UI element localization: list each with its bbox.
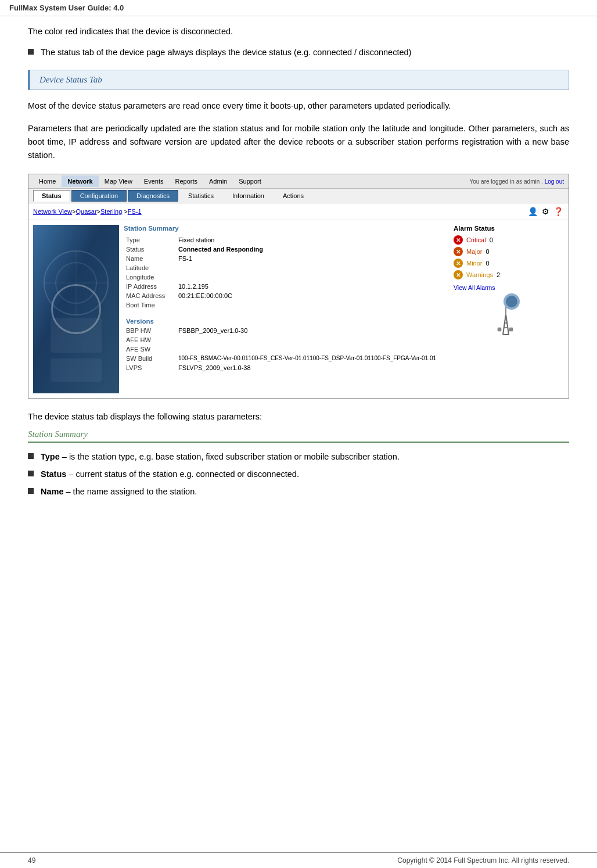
field-value-mac: 00:21:EE:00:00:0C bbox=[176, 291, 447, 300]
versions-table: BBP HW FSBBP_2009_ver1.0-30 AFE HW AFE S… bbox=[124, 326, 447, 372]
station-info-table: Type Fixed station Status Connected and … bbox=[124, 235, 447, 310]
svg-line-9 bbox=[503, 314, 506, 335]
alarm-row-warning: ✕ Warnings 2 bbox=[454, 270, 558, 279]
nav-support[interactable]: Support bbox=[233, 175, 267, 187]
nav-mapview[interactable]: Map View bbox=[99, 175, 138, 187]
intro-bullet-1: The status tab of the device page always… bbox=[28, 46, 569, 59]
field-label-longitude: Longitude bbox=[124, 272, 176, 282]
table-row: AFE SW bbox=[124, 345, 447, 354]
station-summary-title: Station Summary bbox=[124, 225, 447, 232]
svg-line-10 bbox=[506, 314, 509, 335]
breadcrumb-fs1[interactable]: FS-1 bbox=[128, 208, 142, 215]
alarm-label-major: Major bbox=[466, 248, 483, 255]
svg-rect-6 bbox=[51, 358, 102, 382]
bullet-text-status: Status – current status of the station e… bbox=[41, 468, 299, 481]
version-value-lvps: FSLVPS_2009_ver1.0-38 bbox=[176, 363, 447, 372]
svg-point-8 bbox=[506, 296, 517, 307]
version-label-bbphw: BBP HW bbox=[124, 326, 176, 335]
bullet-text-type: Type – is the station type, e.g. base st… bbox=[41, 451, 400, 464]
main-info-row: Station Summary Type Fixed station Statu… bbox=[124, 225, 564, 393]
page-header: FullMax System User Guide: 4.0 bbox=[0, 0, 597, 16]
field-label-mac: MAC Address bbox=[124, 291, 176, 300]
view-all-alarms-link[interactable]: View All Alarms bbox=[454, 284, 495, 291]
subnav-status[interactable]: Status bbox=[33, 190, 70, 202]
svg-rect-15 bbox=[498, 328, 501, 331]
alarm-label-warnings: Warnings bbox=[466, 271, 493, 278]
alarm-count-critical: 0 bbox=[490, 236, 493, 243]
alarm-label-minor: Minor bbox=[466, 260, 483, 267]
breadcrumb-sterling[interactable]: Sterling bbox=[100, 208, 122, 215]
station-summary-panel: Station Summary Type Fixed station Statu… bbox=[124, 225, 447, 393]
subnav-statistics[interactable]: Statistics bbox=[179, 190, 222, 202]
intro-color-red-text: The color red indicates that the device … bbox=[28, 26, 569, 38]
tower-svg-icon bbox=[483, 291, 529, 338]
after-screenshot-text: The device status tab displays the follo… bbox=[28, 410, 569, 424]
table-row: MAC Address 00:21:EE:00:00:0C bbox=[124, 291, 447, 300]
version-label-afesw: AFE SW bbox=[124, 345, 176, 354]
term-type: Type bbox=[41, 452, 60, 461]
table-row: Name FS-1 bbox=[124, 254, 447, 263]
station-summary-section: Station Summary Type – is the station ty… bbox=[28, 429, 569, 498]
person-icon[interactable]: 👤 bbox=[527, 206, 538, 217]
alarm-count-major: 0 bbox=[486, 248, 490, 255]
screenshot-container: Home Network Map View Events Reports Adm… bbox=[28, 174, 569, 399]
alarm-status-panel: Alarm Status ✕ Critical 0 ✕ Major 0 bbox=[454, 225, 558, 291]
device-image bbox=[33, 225, 119, 393]
nav-top-bar: Home Network Map View Events Reports Adm… bbox=[28, 174, 569, 189]
alarm-row-minor: ✕ Minor 0 bbox=[454, 259, 558, 268]
nav-items-container: Home Network Map View Events Reports Adm… bbox=[33, 175, 267, 187]
nav-admin[interactable]: Admin bbox=[203, 175, 233, 187]
nav-network[interactable]: Network bbox=[62, 175, 98, 187]
table-row: Longitude bbox=[124, 272, 447, 282]
table-row: IP Address 10.1.2.195 bbox=[124, 282, 447, 291]
field-label-name: Name bbox=[124, 254, 176, 263]
version-label-lvps: LVPS bbox=[124, 363, 176, 372]
term-status: Status bbox=[41, 469, 66, 479]
field-value-name: FS-1 bbox=[176, 254, 447, 263]
list-item-name: Name – the name assigned to the station. bbox=[28, 486, 569, 498]
page-footer: 49 Copyright © 2014 Full Spectrum Inc. A… bbox=[0, 852, 597, 868]
table-row: Latitude bbox=[124, 263, 447, 272]
breadcrumb-network[interactable]: Network View bbox=[33, 208, 72, 215]
list-item-type: Type – is the station type, e.g. base st… bbox=[28, 451, 569, 464]
subnav-configuration[interactable]: Configuration bbox=[71, 190, 127, 202]
breadcrumb-bar: Network View>Quasar>Sterling >FS-1 👤 ⚙ ❓ bbox=[28, 203, 569, 220]
top-right-icons: 👤 ⚙ ❓ bbox=[527, 206, 564, 217]
table-row: AFE HW bbox=[124, 335, 447, 345]
version-value-afehw bbox=[176, 335, 447, 345]
nav-home[interactable]: Home bbox=[33, 175, 62, 187]
version-label-afehw: AFE HW bbox=[124, 335, 176, 345]
settings-icon[interactable]: ⚙ bbox=[540, 206, 551, 217]
table-row: BBP HW FSBBP_2009_ver1.0-30 bbox=[124, 326, 447, 335]
nav-events[interactable]: Events bbox=[138, 175, 170, 187]
field-value-status: Connected and Responding bbox=[176, 245, 447, 254]
sub-nav-bar: Status Configuration Diagnostics Statist… bbox=[28, 189, 569, 203]
login-info: You are logged in as admin . Log out bbox=[469, 178, 564, 185]
breadcrumb-quasar[interactable]: Quasar bbox=[75, 208, 96, 215]
field-label-latitude: Latitude bbox=[124, 263, 176, 272]
bullet-text-name: Name – the name assigned to the station. bbox=[41, 486, 197, 498]
logout-link[interactable]: Log out bbox=[545, 178, 564, 185]
copyright-text: Copyright © 2014 Full Spectrum Inc. All … bbox=[397, 856, 569, 865]
nav-reports[interactable]: Reports bbox=[170, 175, 204, 187]
alarm-tower-panel: Alarm Status ✕ Critical 0 ✕ Major 0 bbox=[454, 225, 564, 393]
bullet-square-icon bbox=[28, 49, 34, 55]
alarm-icon-warning: ✕ bbox=[454, 270, 463, 279]
alarm-icon-major: ✕ bbox=[454, 247, 463, 256]
station-content: Station Summary Type Fixed station Statu… bbox=[124, 225, 564, 393]
subnav-diagnostics[interactable]: Diagnostics bbox=[128, 190, 178, 202]
desc-status: – current status of the station e.g. con… bbox=[66, 469, 299, 479]
alarm-count-minor: 0 bbox=[486, 260, 490, 267]
page-number: 49 bbox=[28, 856, 35, 865]
tower-image-area bbox=[454, 291, 529, 340]
subnav-information[interactable]: Information bbox=[224, 190, 273, 202]
station-summary-bullets: Type – is the station type, e.g. base st… bbox=[28, 451, 569, 498]
desc-name: – the name assigned to the station. bbox=[64, 487, 197, 496]
field-label-type: Type bbox=[124, 235, 176, 245]
list-item-status: Status – current status of the station e… bbox=[28, 468, 569, 481]
alarm-row-major: ✕ Major 0 bbox=[454, 247, 558, 256]
table-row: LVPS FSLVPS_2009_ver1.0-38 bbox=[124, 363, 447, 372]
help-icon[interactable]: ❓ bbox=[552, 206, 564, 217]
subnav-actions[interactable]: Actions bbox=[274, 190, 312, 202]
versions-label: Versions bbox=[124, 315, 447, 326]
